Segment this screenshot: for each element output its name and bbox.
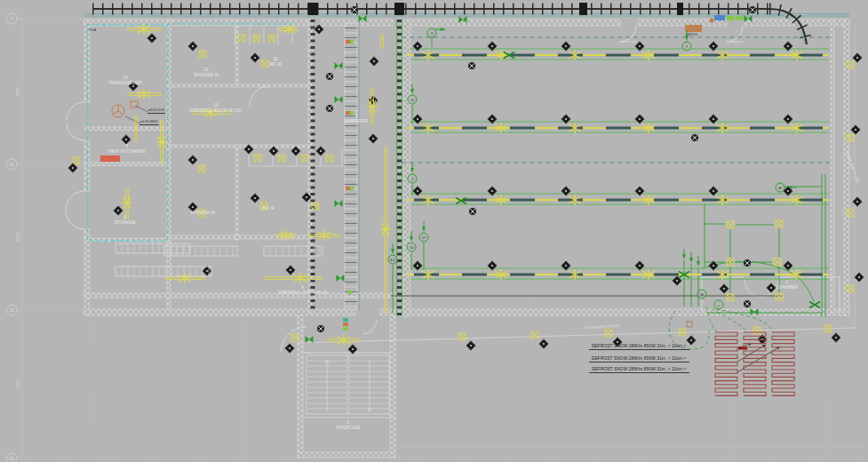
fixture-tag-icon [412, 41, 422, 51]
fixture-tag-icon [369, 56, 378, 66]
linear-fixture [264, 277, 323, 280]
fixture-tag-icon [187, 155, 197, 164]
plan-linework [0, 0, 868, 462]
ceiling-lamp-icon [300, 154, 308, 162]
room-label-staircase: 3STAIRCASE [336, 420, 361, 430]
ceiling-lamp-icon [726, 293, 734, 301]
feeder-tag: 10 [407, 243, 417, 252]
exit-sign-icon [335, 200, 343, 207]
grid-bubble-11: 11 [6, 305, 18, 316]
fixture-tag-icon [412, 186, 422, 195]
linear-fixture-lamp-icon [380, 223, 391, 235]
fixture-tag-icon [719, 283, 729, 293]
linear-fixture-lamp-icon [122, 196, 132, 209]
fixture-tag-icon [561, 186, 570, 195]
room-label-wc-w: 11WC W [269, 57, 282, 67]
room-label-heat-exchange: 9HEAT EXCHANGE [108, 144, 146, 154]
room-label-shower-m: SHOWER M [190, 211, 214, 216]
linear-fixture-lamp-icon [138, 89, 150, 100]
p1a-label: P1A [89, 28, 96, 32]
hall-service-lines [391, 37, 831, 296]
ceiling-lamp-icon [458, 332, 466, 340]
fixture-tag-icon [561, 114, 570, 123]
wall-fan-icon [326, 73, 333, 80]
fixture-tag-icon [187, 41, 197, 51]
fixture-tag-icon [487, 41, 497, 51]
ceiling-lamp-icon [325, 154, 333, 162]
fixture-tag-icon [852, 196, 862, 206]
fixture-tag-icon [708, 114, 718, 123]
linear-fixture-lamp-icon [338, 335, 350, 346]
exit-sign-icon [335, 96, 343, 103]
fixture-tag-icon [854, 272, 864, 282]
linear-fixture-lamp-icon [318, 230, 330, 241]
defrost-heating-mat [715, 332, 737, 395]
feeder-tag: 2 [408, 174, 418, 184]
linear-fixture [381, 34, 384, 49]
bench [115, 243, 190, 253]
ceiling-lamp-icon [277, 154, 285, 162]
ceiling-lamp-icon [253, 154, 261, 162]
ceiling-lamp-icon [773, 258, 781, 266]
switched-lamp-icon [809, 302, 820, 308]
bench [115, 267, 211, 276]
linear-fixture-lamp-icon [156, 136, 167, 148]
fixture-tag-icon [634, 186, 644, 195]
grid-bubble-9: 9 [6, 13, 18, 25]
fixture-tag-icon [412, 260, 422, 270]
generated-symbols [68, 6, 864, 395]
fixture-tag-icon [783, 114, 792, 123]
fixture-tag-icon [487, 260, 497, 270]
fixture-tag-icon [708, 41, 718, 51]
ceiling-lamp-icon [198, 50, 206, 58]
room-label-corridor: 4CORRIDOR [345, 114, 369, 123]
linear-fixture-lamp-icon [179, 273, 191, 283]
grid-dimension: 8500 [16, 87, 20, 96]
grid-dimension: 6000 [16, 233, 20, 242]
feeder-tag: 17 [419, 233, 429, 243]
feeder-tag: 7 [682, 42, 692, 52]
fixture-tag-icon [113, 205, 123, 215]
fixture-tag-icon [783, 41, 792, 51]
defrost-label-2: DEFROST SNOW 28W/m 890W 31m, < 10cm > [589, 356, 689, 362]
feeder-tag: 12 [408, 95, 418, 105]
ceiling-lamp-icon [197, 164, 205, 172]
fixture-tag-icon [368, 133, 378, 143]
grid-bubble-12: 12 [6, 453, 18, 462]
panel-label: DB101 [686, 32, 697, 36]
feeder-arrows [391, 28, 797, 267]
fixture-tag-icon [147, 33, 156, 43]
room-label-chamber: 1CHAMBER [776, 280, 798, 290]
wall-fan-icon [744, 300, 751, 307]
fixture-tag-icon [766, 283, 776, 292]
exit-sign-icon [335, 62, 343, 69]
linear-fixture-lamp-icon [294, 273, 307, 283]
fixture-tag-icon [538, 339, 548, 348]
ceiling-lamp-icon [775, 219, 783, 227]
feeder-tag: 6.1 [388, 255, 398, 265]
room-label-wc-m: WC M [262, 206, 275, 211]
bench [164, 246, 237, 256]
fixture-tag-icon [831, 332, 840, 342]
bench [264, 246, 323, 256]
fixture-tag-icon [412, 114, 422, 123]
ceiling-lamp-icon [775, 292, 783, 300]
ceiling-lamp-icon [260, 60, 268, 68]
wall-fan-icon [351, 6, 358, 13]
fixture-tag-icon [250, 52, 259, 62]
feeder-tag: + [714, 300, 724, 310]
exit-sign-icon [306, 336, 314, 343]
ceiling-lamp-icon [267, 34, 275, 42]
wall-fan-icon [326, 105, 333, 112]
equipment-markers [100, 15, 743, 331]
exit-sign-icon [337, 275, 345, 282]
ceiling-lamp-icon [530, 331, 538, 339]
defrost-label-1: DEFROST SNOW 28W/m 890W 31m, < 10cm > [589, 344, 689, 350]
fixture-tag-icon [250, 193, 259, 203]
fixture-tag-icon [634, 260, 644, 270]
defrost-heating-mat [772, 332, 794, 395]
equipment-ref-1: =123-010 [147, 108, 165, 114]
wall-fan-icon [691, 134, 698, 141]
fixture-tag-icon [561, 41, 570, 51]
feeder-tag: B [697, 290, 707, 299]
